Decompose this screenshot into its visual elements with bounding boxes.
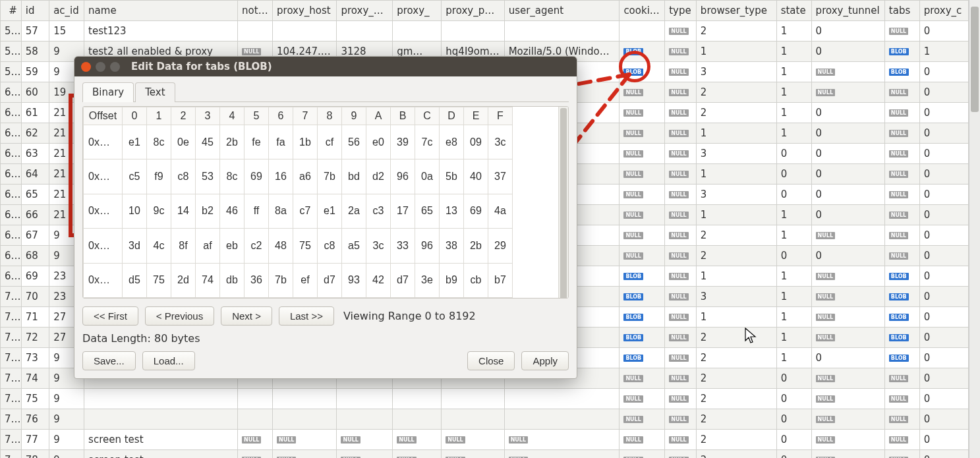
table-cell[interactable]: NULL bbox=[442, 450, 504, 459]
column-header[interactable]: user_agent bbox=[504, 1, 620, 21]
hex-cell[interactable]: 75 bbox=[147, 263, 171, 297]
table-cell[interactable]: 1 bbox=[696, 164, 776, 185]
table-cell[interactable]: 2 bbox=[696, 348, 776, 368]
table-cell[interactable] bbox=[273, 409, 337, 430]
table-cell[interactable]: NULL bbox=[884, 205, 919, 225]
table-cell[interactable]: NULL bbox=[884, 21, 919, 42]
table-cell[interactable]: 1 bbox=[696, 42, 776, 62]
table-cell[interactable]: 58 bbox=[21, 42, 49, 62]
hex-cell[interactable]: 36 bbox=[245, 263, 269, 297]
hex-cell[interactable]: f9 bbox=[147, 159, 171, 194]
table-cell[interactable]: NULL bbox=[884, 225, 919, 246]
hex-cell[interactable]: c2 bbox=[245, 229, 269, 263]
table-cell[interactable]: 70 bbox=[1, 287, 22, 307]
table-cell[interactable]: NULL bbox=[238, 450, 273, 459]
table-cell[interactable] bbox=[504, 389, 620, 409]
hex-cell[interactable]: 1b bbox=[293, 125, 318, 159]
table-cell[interactable] bbox=[393, 21, 442, 42]
table-cell[interactable]: NULL bbox=[884, 389, 919, 409]
table-cell[interactable]: 0 bbox=[776, 144, 811, 164]
table-cell[interactable]: NULL bbox=[665, 144, 697, 164]
tab-binary[interactable]: Binary bbox=[82, 82, 134, 102]
hex-cell[interactable]: 0x… bbox=[84, 194, 123, 228]
hex-cell[interactable]: d7 bbox=[391, 263, 415, 297]
table-cell[interactable]: NULL bbox=[884, 103, 919, 123]
table-cell[interactable]: NULL bbox=[504, 430, 620, 450]
table-cell[interactable]: 1 bbox=[696, 205, 776, 225]
table-cell[interactable]: 73 bbox=[21, 348, 49, 368]
table-cell[interactable]: 2 bbox=[696, 103, 776, 123]
hex-cell[interactable]: e8 bbox=[440, 125, 464, 159]
table-cell[interactable]: 74 bbox=[21, 368, 49, 389]
column-header[interactable]: notes bbox=[238, 1, 273, 21]
table-cell[interactable]: NULL bbox=[620, 225, 665, 246]
hex-cell[interactable]: 2b bbox=[220, 125, 245, 159]
table-cell[interactable]: 0 bbox=[811, 185, 884, 205]
table-cell[interactable]: 0 bbox=[919, 62, 968, 82]
hex-cell[interactable]: 3e bbox=[415, 263, 440, 297]
table-cell[interactable]: 2 bbox=[696, 328, 776, 348]
table-cell[interactable]: NULL bbox=[665, 62, 697, 82]
column-header[interactable]: proxy_pass bbox=[442, 1, 504, 21]
apply-button[interactable]: Apply bbox=[521, 351, 569, 370]
table-cell[interactable]: NULL bbox=[620, 409, 665, 430]
table-cell[interactable]: BLOB bbox=[620, 307, 665, 328]
column-header[interactable]: ac_id bbox=[49, 1, 84, 21]
hex-cell[interactable]: 13 bbox=[440, 194, 464, 228]
hex-cell[interactable]: 0x… bbox=[84, 263, 123, 297]
hex-cell[interactable]: 7b bbox=[318, 159, 342, 194]
table-cell[interactable]: 59 bbox=[1, 62, 22, 82]
table-cell[interactable]: 3 bbox=[696, 185, 776, 205]
table-cell[interactable]: NULL bbox=[665, 389, 697, 409]
table-cell[interactable]: 1 bbox=[696, 266, 776, 287]
table-cell[interactable]: NULL bbox=[884, 409, 919, 430]
table-cell[interactable]: 9 bbox=[49, 409, 84, 430]
table-cell[interactable]: 3 bbox=[696, 144, 776, 164]
table-cell[interactable]: NULL bbox=[665, 266, 697, 287]
table-cell[interactable]: 0 bbox=[776, 409, 811, 430]
table-cell[interactable]: NULL bbox=[504, 450, 620, 459]
table-cell[interactable]: 0 bbox=[811, 205, 884, 225]
next-button[interactable]: Next > bbox=[221, 306, 272, 326]
table-cell[interactable]: NULL bbox=[884, 450, 919, 459]
table-cell[interactable]: BLOB bbox=[620, 348, 665, 368]
table-cell[interactable]: screen test bbox=[84, 430, 238, 450]
hex-cell[interactable]: 8a bbox=[269, 194, 293, 228]
hex-cell[interactable]: 42 bbox=[366, 263, 391, 297]
table-cell[interactable]: 77 bbox=[1, 430, 22, 450]
table-cell[interactable]: 2 bbox=[696, 389, 776, 409]
column-header[interactable]: id bbox=[21, 1, 49, 21]
column-header[interactable]: name bbox=[84, 1, 238, 21]
table-cell[interactable]: 0 bbox=[811, 144, 884, 164]
table-cell[interactable]: 76 bbox=[1, 409, 22, 430]
table-cell[interactable]: screen test bbox=[84, 450, 238, 459]
table-cell[interactable]: 1 bbox=[696, 123, 776, 144]
table-cell[interactable]: 0 bbox=[811, 123, 884, 144]
table-cell[interactable]: 1 bbox=[776, 287, 811, 307]
table-cell[interactable]: 0 bbox=[919, 307, 968, 328]
table-cell[interactable]: 0 bbox=[919, 450, 968, 459]
table-cell[interactable]: 0 bbox=[811, 21, 884, 42]
hex-cell[interactable]: 0x… bbox=[84, 125, 123, 159]
hex-cell[interactable]: 16 bbox=[269, 159, 293, 194]
dialog-titlebar[interactable]: Edit Data for tabs (BLOB) bbox=[74, 57, 577, 76]
table-cell[interactable]: BLOB bbox=[884, 266, 919, 287]
table-cell[interactable]: 2 bbox=[696, 21, 776, 42]
hex-cell[interactable]: e0 bbox=[366, 125, 391, 159]
table-cell[interactable]: NULL bbox=[393, 450, 442, 459]
table-cell[interactable]: NULL bbox=[811, 430, 884, 450]
table-cell[interactable]: 3 bbox=[696, 62, 776, 82]
hex-cell[interactable]: a6 bbox=[293, 159, 318, 194]
table-cell[interactable]: NULL bbox=[884, 164, 919, 185]
hex-cell[interactable]: cb bbox=[464, 263, 488, 297]
hex-cell[interactable]: d7 bbox=[318, 263, 342, 297]
table-cell[interactable]: 0 bbox=[776, 164, 811, 185]
table-cell[interactable]: NULL bbox=[665, 185, 697, 205]
hex-cell[interactable]: 7b bbox=[269, 263, 293, 297]
hex-cell[interactable]: 53 bbox=[196, 159, 220, 194]
hex-cell[interactable]: c3 bbox=[366, 194, 391, 228]
table-cell[interactable]: NULL bbox=[811, 389, 884, 409]
table-cell[interactable]: NULL bbox=[442, 430, 504, 450]
table-cell[interactable]: 0 bbox=[919, 225, 968, 246]
table-cell[interactable]: 9 bbox=[49, 430, 84, 450]
